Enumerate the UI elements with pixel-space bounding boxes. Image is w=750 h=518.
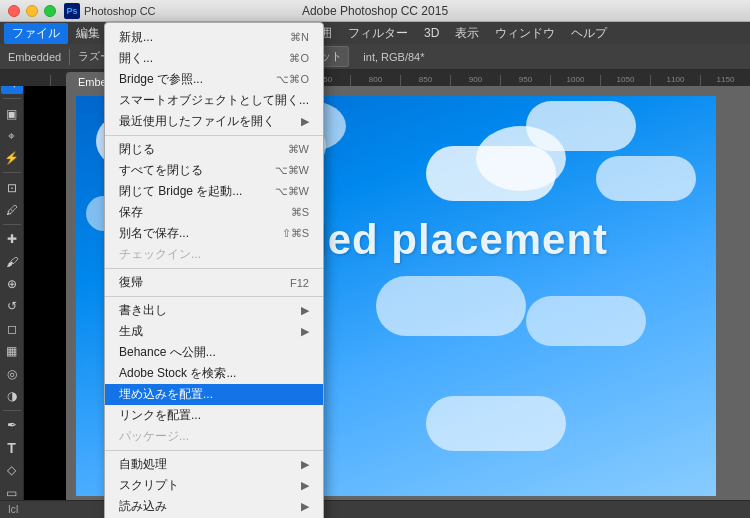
menu-item-label: 復帰 xyxy=(119,274,143,291)
menu-item-label: スマートオブジェクトとして開く... xyxy=(119,92,309,109)
submenu-arrow: ▶ xyxy=(301,115,309,128)
menu-item-label: Bridge で参照... xyxy=(119,71,203,88)
menu-shortcut: ⌥⌘O xyxy=(276,73,309,86)
menu-item-label: パッケージ... xyxy=(119,428,189,445)
submenu-arrow: ▶ xyxy=(301,500,309,513)
menu-item-label: 新規... xyxy=(119,29,153,46)
submenu-arrow: ▶ xyxy=(301,479,309,492)
menu-row-生成[interactable]: 生成▶ xyxy=(105,321,323,342)
submenu-arrow: ▶ xyxy=(301,458,309,471)
menu-item-label: 閉じて Bridge を起動... xyxy=(119,183,242,200)
menu-item-label: チェックイン... xyxy=(119,246,201,263)
menu-divider xyxy=(105,450,323,451)
menu-item-label: 書き出し xyxy=(119,302,167,319)
menu-item-label: 保存 xyxy=(119,204,143,221)
menu-shortcut: ⌘W xyxy=(288,143,309,156)
dropdown-overlay: 新規...⌘N開く...⌘OBridge で参照...⌥⌘Oスマートオブジェクト… xyxy=(0,0,750,518)
menu-item-label: リンクを配置... xyxy=(119,407,201,424)
menu-item-label: 生成 xyxy=(119,323,143,340)
menu-item-label: すべてを閉じる xyxy=(119,162,203,179)
menu-row-スクリプト[interactable]: スクリプト▶ xyxy=(105,475,323,496)
menu-divider xyxy=(105,135,323,136)
menu-item-label: 最近使用したファイルを開く xyxy=(119,113,275,130)
menu-shortcut: ⇧⌘S xyxy=(282,227,309,240)
menu-row-開く...[interactable]: 開く...⌘O xyxy=(105,48,323,69)
menu-row-Bridge-で参照...[interactable]: Bridge で参照...⌥⌘O xyxy=(105,69,323,90)
file-menu: 新規...⌘N開く...⌘OBridge で参照...⌥⌘Oスマートオブジェクト… xyxy=(104,22,324,518)
menu-divider xyxy=(105,296,323,297)
menu-divider xyxy=(105,268,323,269)
menu-shortcut: ⌥⌘W xyxy=(275,164,309,177)
menu-row-書き出し[interactable]: 書き出し▶ xyxy=(105,300,323,321)
menu-row-別名で保存...[interactable]: 別名で保存...⇧⌘S xyxy=(105,223,323,244)
menu-row-新規...[interactable]: 新規...⌘N xyxy=(105,27,323,48)
menu-item-label: 自動処理 xyxy=(119,456,167,473)
menu-row-パッケージ...: パッケージ... xyxy=(105,426,323,447)
menu-shortcut: ⌘N xyxy=(290,31,309,44)
menu-row-リンクを配置...[interactable]: リンクを配置... xyxy=(105,405,323,426)
menu-shortcut: ⌥⌘W xyxy=(275,185,309,198)
menu-shortcut: ⌘S xyxy=(291,206,309,219)
menu-row-保存[interactable]: 保存⌘S xyxy=(105,202,323,223)
menu-item-label: 開く... xyxy=(119,50,153,67)
menu-item-label: 読み込み xyxy=(119,498,167,515)
menu-row-Behance-へ公開...[interactable]: Behance へ公開... xyxy=(105,342,323,363)
menu-item-label: Adobe Stock を検索... xyxy=(119,365,236,382)
menu-row-最近使用したファイルを開く[interactable]: 最近使用したファイルを開く▶ xyxy=(105,111,323,132)
menu-row-閉じて-Bridge-を起動...[interactable]: 閉じて Bridge を起動...⌥⌘W xyxy=(105,181,323,202)
menu-row-埋め込みを配置...[interactable]: 埋め込みを配置... xyxy=(105,384,323,405)
menu-item-label: 別名で保存... xyxy=(119,225,189,242)
submenu-arrow: ▶ xyxy=(301,304,309,317)
menu-row-スマートオブジェクトとして開く...[interactable]: スマートオブジェクトとして開く... xyxy=(105,90,323,111)
menu-row-自動処理[interactable]: 自動処理▶ xyxy=(105,454,323,475)
menu-item-label: スクリプト xyxy=(119,477,179,494)
menu-item-label: 埋め込みを配置... xyxy=(119,386,213,403)
menu-row-Adobe-Stock-を検索...[interactable]: Adobe Stock を検索... xyxy=(105,363,323,384)
menu-item-label: 閉じる xyxy=(119,141,155,158)
menu-shortcut: ⌘O xyxy=(289,52,309,65)
menu-row-閉じる[interactable]: 閉じる⌘W xyxy=(105,139,323,160)
menu-item-label: Behance へ公開... xyxy=(119,344,216,361)
menu-row-チェックイン...: チェックイン... xyxy=(105,244,323,265)
submenu-arrow: ▶ xyxy=(301,325,309,338)
menu-row-復帰[interactable]: 復帰F12 xyxy=(105,272,323,293)
menu-shortcut: F12 xyxy=(290,277,309,289)
menu-row-すべてを閉じる[interactable]: すべてを閉じる⌥⌘W xyxy=(105,160,323,181)
menu-row-読み込み[interactable]: 読み込み▶ xyxy=(105,496,323,517)
